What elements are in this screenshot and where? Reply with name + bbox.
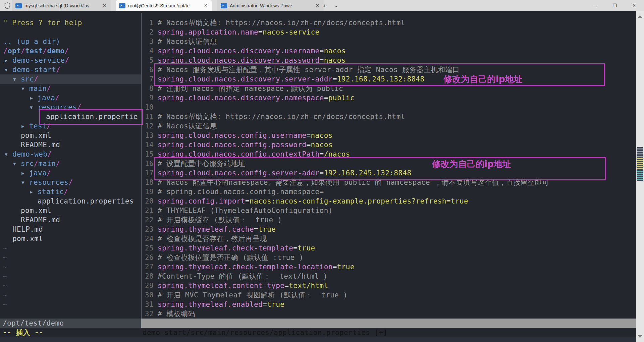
line-number: 7 bbox=[141, 74, 154, 84]
tab-title: mysql-schema.sql (D:\work\Jav bbox=[24, 3, 90, 8]
line-number: 5 bbox=[141, 56, 154, 65]
tab-title: root@Centos9-Stream:/opt/te bbox=[128, 3, 190, 8]
scrollbar-thumb[interactable] bbox=[637, 147, 643, 181]
editor-line-text: # Nacos帮助文档: https://nacos.io/zh-cn/docs… bbox=[158, 18, 405, 27]
line-number: 27 bbox=[141, 262, 154, 272]
line-number: 24 bbox=[141, 234, 154, 243]
line-number: 25 bbox=[141, 243, 154, 253]
empty-line-tilde: ~ bbox=[3, 300, 7, 309]
tree-row-label: README.md bbox=[21, 140, 60, 150]
editor-statusline: demo-start/src/main/resources/applicatio… bbox=[141, 319, 636, 328]
editor-line-text: spring.thymeleaf.cache=true bbox=[158, 225, 276, 234]
editor-line-text: # Nacos认证信息 bbox=[158, 37, 217, 46]
tree-collapsed-icon: ▸ bbox=[21, 168, 30, 178]
titlebar-drag-region bbox=[345, 0, 580, 11]
line-number: 20 bbox=[141, 196, 154, 206]
editor-line-text: spring.cloud.nacos.config.server-addr=19… bbox=[158, 168, 412, 178]
line-number: 10 bbox=[141, 103, 154, 112]
tree-row-label: application.propertie bbox=[46, 112, 138, 121]
line-number: 3 bbox=[141, 37, 154, 46]
tree-row-label: /opt/test/demo/ bbox=[3, 46, 69, 56]
new-tab-button[interactable]: + bbox=[320, 0, 330, 11]
editor-line-text: spring.cloud.nacos.config.contextPath=/n… bbox=[158, 150, 350, 159]
tree-collapsed-icon: ▸ bbox=[4, 56, 13, 65]
line-number: 22 bbox=[141, 215, 154, 225]
editor-line-text: # 设置配置中心服务端地址 bbox=[158, 159, 246, 168]
tree-expanded-icon: ▾ bbox=[12, 74, 21, 84]
line-number: 4 bbox=[141, 46, 154, 56]
tab-close-icon[interactable]: ✕ bbox=[203, 3, 209, 8]
tab-close-icon[interactable]: ✕ bbox=[102, 3, 107, 8]
editor-line-text: # 注册到 nacos 的指定 namespace，默认为 public bbox=[158, 84, 343, 93]
statusline-filename: demo-start/src/main/resources/applicatio… bbox=[143, 328, 387, 337]
tree-row-label: test/ bbox=[29, 121, 51, 131]
tree-expanded-icon: ▾ bbox=[21, 178, 30, 187]
scrollbar-up-icon[interactable] bbox=[638, 15, 642, 18]
tree-row-label: pom.xml bbox=[21, 206, 51, 215]
restore-button[interactable]: ❐ bbox=[607, 0, 622, 11]
editor-line-text: spring.thymeleaf.enabled=true bbox=[158, 300, 284, 309]
line-number: 31 bbox=[141, 300, 154, 309]
line-number: 15 bbox=[141, 150, 154, 159]
tree-collapsed-icon: ▸ bbox=[29, 187, 38, 196]
line-number: 14 bbox=[141, 140, 154, 150]
tab-dropdown-button[interactable]: ⌄ bbox=[331, 0, 341, 11]
admin-shield-icon bbox=[4, 2, 10, 9]
tree-row-label: " Press ? for help bbox=[3, 18, 82, 27]
empty-line-tilde: ~ bbox=[3, 253, 7, 262]
editor-line-text: spring.cloud.nacos.discovery.namespace=p… bbox=[158, 93, 355, 103]
line-number: 17 bbox=[141, 168, 154, 178]
empty-line-tilde: ~ bbox=[3, 243, 7, 253]
minimize-button[interactable]: — bbox=[588, 0, 603, 11]
tree-expanded-icon: ▾ bbox=[12, 159, 21, 168]
line-number: 18 bbox=[141, 178, 154, 187]
tree-expanded-icon: ▾ bbox=[4, 150, 13, 159]
powershell-icon: >_ bbox=[15, 3, 22, 8]
tree-row-label: HELP.md bbox=[12, 225, 43, 234]
editor-line-text: # Nacos帮助文档: https://nacos.io/zh-cn/docs… bbox=[158, 112, 405, 121]
scrollbar-down-icon[interactable] bbox=[638, 335, 642, 338]
editor-line-text: spring.thymeleaf.check-template-location… bbox=[158, 262, 355, 272]
line-number: 30 bbox=[141, 290, 154, 300]
tree-row-label: README.md bbox=[21, 215, 60, 225]
editor-line-text: # spring.cloud.nacos.config.namespace= bbox=[158, 187, 324, 196]
line-number: 26 bbox=[141, 253, 154, 262]
editor-line-text: spring.thymeleaf.content-type=text/html bbox=[158, 281, 328, 290]
tab-2[interactable]: >_root@Centos9-Stream:/opt/te✕ bbox=[116, 0, 212, 11]
editor-line-text: # 检查模板是否存在，然后再呈现 bbox=[158, 234, 267, 243]
nerdtree-statusline: /opt/test/demo bbox=[0, 319, 141, 328]
line-number: 13 bbox=[141, 131, 154, 140]
editor-line-text: spring.application.name=nacos-service bbox=[158, 27, 320, 37]
editor-line-text: spring.cloud.nacos.config.password=nacos bbox=[158, 140, 333, 150]
editor-line-text: # 检查模板位置是否正确 (默认值 :true ) bbox=[158, 253, 304, 262]
tree-row-label: java/ bbox=[38, 93, 59, 103]
tree-row-label: static/ bbox=[38, 187, 68, 196]
line-number: 8 bbox=[141, 84, 154, 93]
tree-collapsed-icon: ▸ bbox=[29, 93, 38, 103]
tree-row-label: src/ bbox=[21, 74, 38, 84]
tree-row-label: java/ bbox=[29, 168, 51, 178]
line-number: 28 bbox=[141, 272, 154, 281]
scrollbar-track[interactable] bbox=[636, 11, 644, 342]
line-number: 23 bbox=[141, 225, 154, 234]
editor-line-text: # THYMELEAF (ThymeleafAutoConfiguration) bbox=[158, 206, 333, 215]
line-number: 29 bbox=[141, 281, 154, 290]
tree-collapsed-icon: ▸ bbox=[21, 121, 30, 131]
tree-row-label: pom.xml bbox=[12, 234, 43, 243]
close-button[interactable]: ✕ bbox=[627, 0, 642, 11]
tab-1[interactable]: >_mysql-schema.sql (D:\work\Jav✕ bbox=[12, 0, 111, 11]
tree-expanded-icon: ▾ bbox=[4, 65, 13, 74]
editor-line-text: # Nacos认证信息 bbox=[158, 121, 217, 131]
annotation-tip-2: 修改为自己的ip地址 bbox=[432, 159, 511, 169]
editor-line-text: spring.thymeleaf.check-template=true bbox=[158, 243, 315, 253]
line-number: 9 bbox=[141, 93, 154, 103]
editor-line-text: spring.cloud.nacos.discovery.password=na… bbox=[158, 56, 346, 65]
line-number: 1 bbox=[141, 18, 154, 27]
tree-row-label: pom.xml bbox=[21, 131, 51, 140]
terminal-canvas: " Press ? for help.. (up a dir)/opt/test… bbox=[0, 11, 636, 342]
tree-expanded-icon: ▾ bbox=[29, 103, 38, 112]
line-number: 6 bbox=[141, 65, 154, 74]
tree-row-label: src/main/ bbox=[21, 159, 60, 168]
tab-3[interactable]: >_Administrator: Windows Powe✕ bbox=[217, 0, 324, 11]
editor-line-text: # 开启模板缓存 (默认值： true ) bbox=[158, 215, 282, 225]
